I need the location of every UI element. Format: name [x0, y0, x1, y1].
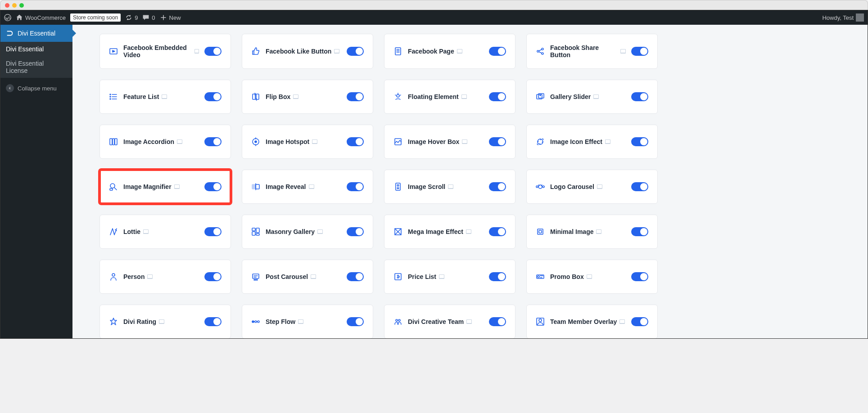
sidebar-item-label: Divi Essential License	[6, 60, 44, 74]
divi-logo-icon	[6, 29, 14, 37]
team-overlay-icon	[536, 317, 545, 326]
toggle-image-reveal[interactable]	[347, 182, 364, 191]
toggle-post-carousel[interactable]	[347, 272, 364, 281]
toggle-facebook-share-button[interactable]	[631, 47, 648, 56]
window-minimize-icon[interactable]	[12, 3, 17, 8]
toggle-image-hover-box[interactable]	[489, 137, 506, 146]
monitor-icon	[461, 94, 467, 99]
magnifier-icon	[109, 182, 118, 191]
toggle-mega-image-effect[interactable]	[489, 227, 506, 236]
module-label: Mega Image Effect	[408, 228, 484, 235]
icon-fx-icon	[536, 137, 545, 146]
toggle-floating-element[interactable]	[489, 92, 506, 101]
monitor-icon	[317, 229, 323, 234]
team-icon	[393, 317, 402, 326]
module-label: Divi Creative Team	[408, 318, 484, 325]
site-home-button[interactable]: WooCommerce	[16, 14, 66, 21]
toggle-image-scroll[interactable]	[489, 182, 506, 191]
wordpress-logo-button[interactable]	[4, 14, 11, 21]
module-label: Image Scroll	[408, 183, 484, 190]
comments-button[interactable]: 0	[142, 14, 155, 21]
toggle-promo-box[interactable]	[631, 272, 648, 281]
masonry-icon	[251, 227, 260, 236]
step-icon	[251, 317, 260, 326]
toggle-feature-list[interactable]	[204, 92, 222, 101]
module-card-minimal-image: Minimal Image	[526, 215, 658, 249]
content-area: Facebook Embedded VideoFacebook Like But…	[72, 25, 868, 338]
svg-rect-43	[252, 232, 255, 235]
module-label-text: Feature List	[123, 93, 159, 100]
toggle-step-flow[interactable]	[347, 317, 364, 326]
monitor-icon	[448, 184, 453, 189]
toggle-gallery-slider[interactable]	[631, 92, 648, 101]
module-card-masonry-gallery: Masonry Gallery	[242, 215, 373, 249]
window-close-icon[interactable]	[5, 3, 9, 8]
updates-button[interactable]: 9	[125, 14, 138, 21]
lottie-icon	[109, 227, 118, 236]
monitor-icon	[143, 229, 149, 234]
sidebar-item-divi-essential-license[interactable]: Divi Essential License	[0, 56, 72, 78]
svg-point-27	[255, 141, 257, 143]
monitor-icon	[439, 274, 444, 279]
toggle-image-accordion[interactable]	[204, 137, 222, 146]
toggle-masonry-gallery[interactable]	[347, 227, 364, 236]
toggle-divi-creative-team[interactable]	[489, 317, 506, 326]
monitor-icon	[593, 94, 599, 99]
toggle-facebook-page[interactable]	[489, 47, 506, 56]
toggle-image-magnifier[interactable]	[204, 182, 222, 191]
module-label-text: Facebook Embedded Video	[123, 44, 192, 58]
account-button[interactable]: Howdy, Test	[822, 13, 864, 22]
monitor-icon	[162, 94, 167, 99]
module-label: Floating Element	[408, 93, 484, 100]
module-label-text: Divi Rating	[123, 318, 156, 325]
toggle-price-list[interactable]	[489, 272, 506, 281]
svg-line-9	[539, 49, 542, 51]
toggle-facebook-like-button[interactable]	[347, 47, 364, 56]
module-label: Step Flow	[266, 318, 341, 325]
toggle-divi-rating[interactable]	[204, 317, 222, 326]
svg-point-15	[110, 96, 111, 97]
svg-rect-47	[538, 229, 543, 234]
window-maximize-icon[interactable]	[19, 3, 24, 8]
toggle-image-hotspot[interactable]	[347, 137, 364, 146]
module-label: Logo Carousel	[550, 183, 626, 190]
toggle-flip-box[interactable]	[347, 92, 364, 101]
monitor-icon	[174, 184, 180, 189]
module-card-post-carousel: Post Carousel	[242, 260, 373, 294]
flip-icon	[251, 92, 260, 101]
svg-rect-44	[256, 228, 259, 233]
admin-bar: WooCommerce Store coming soon 9 0 New	[0, 10, 868, 25]
toggle-facebook-embedded-video[interactable]	[204, 47, 222, 56]
sidebar-item-divi-essential[interactable]: Divi Essential	[0, 42, 72, 56]
svg-point-63	[398, 319, 400, 321]
module-label: Image Hover Box	[408, 138, 484, 145]
monitor-icon	[194, 49, 199, 54]
monitor-icon	[587, 274, 592, 279]
svg-point-19	[397, 94, 399, 97]
new-content-button[interactable]: New	[160, 14, 181, 21]
module-label-text: Step Flow	[266, 318, 295, 325]
toggle-person[interactable]	[204, 272, 222, 281]
toggle-logo-carousel[interactable]	[631, 182, 648, 191]
module-label-text: Facebook Page	[408, 48, 454, 55]
svg-point-40	[536, 186, 538, 188]
browser-chrome	[0, 0, 868, 10]
collapse-menu-button[interactable]: Collapse menu	[0, 80, 72, 97]
module-label: Image Accordion	[123, 138, 199, 145]
module-label-text: Image Icon Effect	[550, 138, 602, 145]
svg-rect-23	[110, 139, 112, 145]
toggle-team-member-overlay[interactable]	[631, 317, 648, 326]
module-label: Facebook Like Button	[266, 48, 341, 55]
sidebar-header-divi-essential[interactable]: Divi Essential	[0, 25, 72, 42]
svg-rect-36	[256, 184, 259, 189]
monitor-icon	[298, 319, 303, 324]
monitor-icon	[462, 139, 467, 144]
toggle-lottie[interactable]	[204, 227, 222, 236]
carousel-icon	[536, 182, 545, 191]
toggle-minimal-image[interactable]	[631, 227, 648, 236]
hotspot-icon	[251, 137, 260, 146]
toggle-image-icon-effect[interactable]	[631, 137, 648, 146]
module-label-text: Price List	[408, 273, 436, 280]
module-label-text: Facebook Like Button	[266, 48, 331, 55]
svg-rect-42	[252, 228, 255, 231]
